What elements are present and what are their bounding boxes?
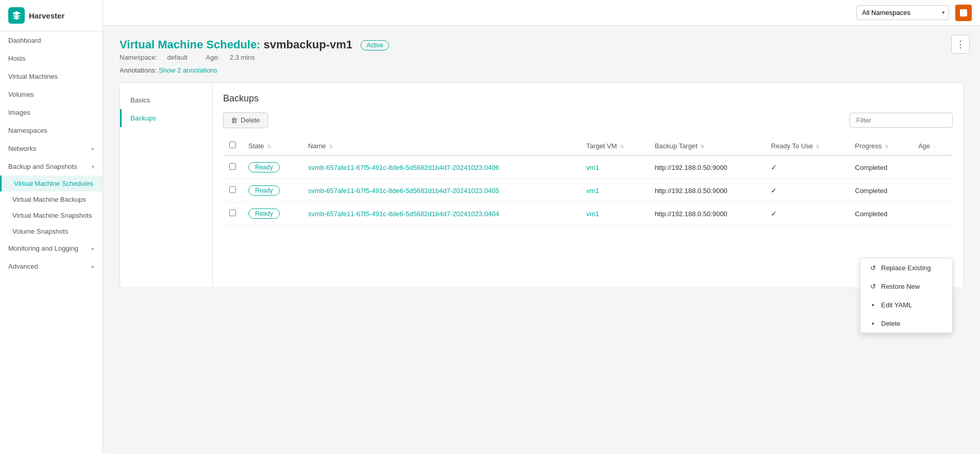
- trash-icon: 🗑: [231, 116, 238, 124]
- ready-to-use-check: ✓: [771, 209, 777, 218]
- page-content: Virtual Machine Schedule: svmbackup-vm1 …: [103, 26, 980, 454]
- annotations-bar: Annotations: Show 2 annotations: [120, 66, 964, 74]
- topbar: All Namespacesdefaultkube-system: [103, 0, 980, 26]
- sidebar-item-backup-and-snapshots[interactable]: Backup and Snapshots ▾: [0, 158, 103, 176]
- page-title: Virtual Machine Schedule: svmbackup-vm1 …: [120, 38, 964, 51]
- backup-name-link[interactable]: svmb-657afe11-67f5-491c-8de6-5d5682d1b4d…: [308, 187, 499, 195]
- show-annotations-link[interactable]: Show 2 annotations: [159, 66, 217, 74]
- backups-title: Backups: [223, 93, 953, 104]
- advanced-chevron: ▸: [92, 264, 94, 269]
- status-badge: Active: [361, 40, 389, 50]
- col-target-vm: Target VM ⇅: [580, 136, 649, 155]
- detail-panel: Basics Backups Backups 🗑 Delete: [120, 82, 964, 288]
- context-menu-delete[interactable]: ▪ Delete: [860, 314, 952, 333]
- app-name: Harvester: [29, 11, 64, 20]
- namespace-select[interactable]: All Namespacesdefaultkube-system: [856, 5, 949, 20]
- sidebar-item-virtual-machines[interactable]: Virtual Machines: [0, 67, 103, 85]
- target-vm-value[interactable]: vm1: [586, 164, 599, 171]
- sort-backup-target[interactable]: ⇅: [700, 144, 704, 149]
- table-row: Ready svmb-657afe11-67f5-491c-8de6-5d568…: [223, 202, 953, 225]
- sidebar-item-hosts[interactable]: Hosts: [0, 49, 103, 67]
- state-badge: Ready: [248, 162, 280, 172]
- context-menu-replace-existing[interactable]: ↺ Replace Existing: [860, 258, 952, 277]
- sidebar-item-dashboard[interactable]: Dashboard: [0, 31, 103, 49]
- main-content: All Namespacesdefaultkube-system Virtual…: [103, 0, 980, 454]
- sort-state[interactable]: ⇅: [267, 144, 271, 149]
- progress-value: Completed: [849, 179, 912, 202]
- sidebar-item-monitoring[interactable]: Monitoring and Logging ▸: [0, 239, 103, 257]
- col-name: Name ⇅: [302, 136, 580, 155]
- row-checkbox-1[interactable]: [229, 186, 236, 193]
- user-icon[interactable]: [955, 5, 972, 21]
- age-value: [912, 155, 953, 179]
- context-menu: ↺ Replace Existing ↺ Restore New ▪ Edit …: [860, 258, 953, 333]
- backup-name-link[interactable]: svmb-657afe11-67f5-491c-8de6-5d5682d1b4d…: [308, 210, 499, 218]
- namespace-meta: Namespace: default: [120, 54, 197, 61]
- state-badge: Ready: [248, 208, 280, 219]
- side-nav-basics[interactable]: Basics: [120, 91, 212, 109]
- sidebar-item-vm-schedules[interactable]: Virtual Machine Schedules: [0, 176, 103, 191]
- sidebar-nav: Dashboard Hosts Virtual Machines Volumes…: [0, 31, 103, 275]
- ready-to-use-check: ✓: [771, 163, 777, 171]
- row-checkbox-2[interactable]: [229, 209, 236, 216]
- age-value: [912, 202, 953, 225]
- col-backup-target: Backup Target ⇅: [649, 136, 765, 155]
- age-value: [912, 179, 953, 202]
- sidebar-item-networks[interactable]: Networks ▸: [0, 139, 103, 158]
- filter-input[interactable]: [850, 113, 953, 128]
- backup-target-value: http://192.188.0.50:9000: [649, 179, 765, 202]
- sort-name[interactable]: ⇅: [329, 144, 333, 149]
- target-vm-value[interactable]: vm1: [586, 187, 599, 195]
- backups-toolbar: 🗑 Delete: [223, 112, 953, 128]
- side-nav-backups[interactable]: Backups: [120, 109, 212, 127]
- table-row: Ready svmb-657afe11-67f5-491c-8de6-5d568…: [223, 155, 953, 179]
- more-options-button[interactable]: ⋮: [951, 35, 970, 54]
- select-all-checkbox[interactable]: [229, 142, 236, 148]
- sidebar-item-volumes[interactable]: Volumes: [0, 85, 103, 103]
- logo-icon: [8, 7, 25, 24]
- sidebar-item-images[interactable]: Images: [0, 103, 103, 121]
- refresh-icon: ↺: [869, 264, 877, 272]
- col-ready-to-use: Ready To Use ⇅: [765, 136, 849, 155]
- sidebar-item-vm-backups[interactable]: Virtual Machine Backups: [0, 191, 103, 207]
- age-meta: Age: 2.3 mins: [206, 54, 263, 61]
- page-header: Virtual Machine Schedule: svmbackup-vm1 …: [120, 38, 964, 74]
- backups-table: State ⇅ Name ⇅ Target VM ⇅: [223, 136, 953, 225]
- networks-chevron: ▸: [92, 146, 94, 151]
- delete-icon: ▪: [869, 319, 877, 327]
- user-avatar: [960, 9, 967, 16]
- row-checkbox-0[interactable]: [229, 163, 236, 170]
- sidebar-item-advanced[interactable]: Advanced ▸: [0, 257, 103, 275]
- app-logo: Harvester: [0, 0, 103, 31]
- edit-icon: ▪: [869, 301, 877, 309]
- target-vm-value[interactable]: vm1: [586, 210, 599, 218]
- table-row: Ready svmb-657afe11-67f5-491c-8de6-5d568…: [223, 179, 953, 202]
- context-menu-edit-yaml[interactable]: ▪ Edit YAML: [860, 295, 952, 314]
- delete-button[interactable]: 🗑 Delete: [223, 112, 268, 128]
- backup-target-value: http://192.188.0.50:9000: [649, 202, 765, 225]
- sort-ready-to-use[interactable]: ⇅: [816, 144, 820, 149]
- backup-target-value: http://192.188.0.50:9000: [649, 155, 765, 179]
- restore-icon: ↺: [869, 282, 877, 290]
- backups-section: Backups 🗑 Delete: [213, 83, 963, 288]
- state-badge: Ready: [248, 185, 280, 196]
- monitoring-chevron: ▸: [92, 246, 94, 251]
- sort-progress[interactable]: ⇅: [885, 144, 889, 149]
- harvester-icon: [11, 10, 22, 21]
- backup-name-link[interactable]: svmb-657afe11-67f5-491c-8de6-5d5682d1b4d…: [308, 164, 499, 171]
- page-meta: Namespace: default Age: 2.3 mins: [120, 54, 964, 61]
- sidebar-item-volume-snapshots[interactable]: Volume Snapshots: [0, 223, 103, 239]
- namespace-selector[interactable]: All Namespacesdefaultkube-system: [856, 5, 949, 20]
- sidebar-item-vm-snapshots[interactable]: Virtual Machine Snapshots: [0, 207, 103, 223]
- sidebar: Harvester Dashboard Hosts Virtual Machin…: [0, 0, 103, 454]
- context-menu-restore-new[interactable]: ↺ Restore New: [860, 277, 952, 295]
- sidebar-item-namespaces[interactable]: Namespaces: [0, 121, 103, 139]
- progress-value: Completed: [849, 202, 912, 225]
- sort-age[interactable]: ↓: [933, 144, 936, 149]
- col-state: State ⇅: [242, 136, 302, 155]
- backup-chevron: ▾: [92, 164, 94, 169]
- detail-side-nav: Basics Backups: [120, 83, 213, 288]
- col-progress: Progress ⇅: [849, 136, 912, 155]
- backups-panel: Backups 🗑 Delete: [213, 83, 963, 288]
- sort-target-vm[interactable]: ⇅: [620, 144, 624, 149]
